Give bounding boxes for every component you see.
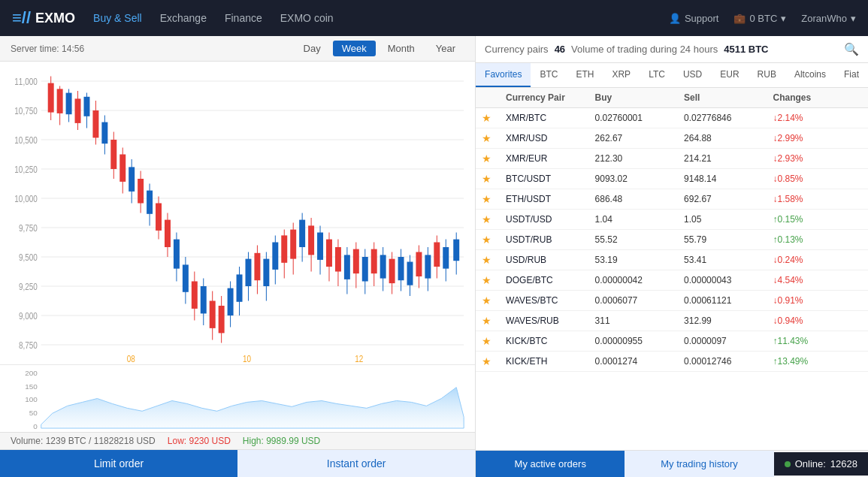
pair-name[interactable]: XMR/BTC	[506, 113, 594, 123]
favorite-star[interactable]: ★	[482, 173, 506, 185]
favorite-star[interactable]: ★	[482, 315, 506, 327]
change-value: ↑0.15%	[773, 214, 862, 225]
favorite-star[interactable]: ★	[482, 274, 506, 286]
favorite-star[interactable]: ★	[482, 355, 506, 367]
svg-rect-74	[272, 243, 278, 270]
pair-name[interactable]: WAVES/BTC	[506, 295, 594, 306]
change-value: ↓0.24%	[773, 255, 862, 265]
nav-exmo-coin[interactable]: EXMO coin	[280, 12, 334, 24]
col-change: Changes	[773, 92, 862, 103]
currency-tab-eur[interactable]: EUR	[711, 63, 748, 87]
sell-price: 9148.14	[684, 174, 773, 184]
active-orders-button[interactable]: My active orders	[476, 451, 625, 477]
svg-rect-82	[308, 225, 314, 255]
svg-rect-96	[371, 249, 377, 274]
search-icon[interactable]: 🔍	[844, 42, 859, 56]
buy-price: 311	[595, 315, 684, 326]
sell-price: 55.79	[684, 234, 773, 245]
change-value: ↑0.13%	[773, 234, 862, 245]
svg-rect-86	[326, 240, 332, 267]
currency-tab-fiat[interactable]: Fiat	[835, 63, 868, 87]
user-chevron: ▾	[851, 13, 856, 24]
svg-text:11,000: 11,000	[14, 77, 37, 86]
currency-tab-ltc[interactable]: LTC	[640, 63, 674, 87]
pair-name[interactable]: DOGE/BTC	[506, 275, 594, 285]
svg-text:150: 150	[25, 382, 38, 391]
pair-name[interactable]: USD/RUB	[506, 255, 594, 265]
header-right: 👤 Support 💼 0 BTC ▾ ZoranWho ▾	[669, 13, 856, 24]
year-filter[interactable]: Year	[427, 41, 464, 56]
pair-name[interactable]: WAVES/RUB	[506, 315, 594, 326]
pairs-table: Currency Pair Buy Sell Changes ★ XMR/BTC…	[476, 88, 868, 450]
favorite-star[interactable]: ★	[482, 213, 506, 225]
currency-tab-xrp[interactable]: XRP	[603, 63, 640, 87]
week-filter[interactable]: Week	[333, 41, 376, 56]
wallet-button[interactable]: 💼 0 BTC ▾	[733, 13, 786, 24]
support-button[interactable]: 👤 Support	[669, 13, 719, 24]
col-pair: Currency Pair	[506, 92, 594, 103]
svg-text:10,500: 10,500	[14, 135, 37, 145]
nav-exchange[interactable]: Exchange	[160, 12, 207, 24]
nav-buy-sell[interactable]: Buy & Sell	[93, 12, 142, 24]
header: ≡// EXMO Buy & Sell Exchange Finance EXM…	[0, 0, 868, 36]
svg-rect-54	[183, 264, 189, 291]
online-count: 12628	[830, 458, 857, 469]
favorite-star[interactable]: ★	[482, 335, 506, 347]
currency-tab-btc[interactable]: BTC	[531, 63, 567, 87]
pairs-rows: ★ XMR/BTC 0.02760001 0.02776846 ↓2.14% ★…	[476, 108, 868, 372]
pair-name[interactable]: KICK/ETH	[506, 356, 594, 367]
pair-name[interactable]: ETH/USDT	[506, 194, 594, 204]
favorite-star[interactable]: ★	[482, 234, 506, 246]
favorite-star[interactable]: ★	[482, 112, 506, 124]
svg-rect-84	[317, 233, 323, 260]
buy-price: 53.19	[595, 255, 684, 265]
table-row: ★ BTC/USDT 9093.02 9148.14 ↓0.85%	[476, 169, 868, 189]
month-filter[interactable]: Month	[379, 41, 424, 56]
logo-text: EXMO	[35, 11, 75, 26]
svg-rect-26	[57, 89, 63, 113]
table-row: ★ USDT/USD 1.04 1.05 ↑0.15%	[476, 210, 868, 230]
svg-text:9,750: 9,750	[19, 223, 38, 233]
svg-text:9,500: 9,500	[19, 252, 38, 262]
favorite-star[interactable]: ★	[482, 193, 506, 205]
volume-chart: 200 150 100 50 0	[0, 364, 475, 432]
svg-rect-68	[245, 259, 251, 286]
change-value: ↓1.58%	[773, 194, 862, 204]
svg-rect-58	[201, 286, 207, 313]
currency-tab-usd[interactable]: USD	[674, 63, 711, 87]
day-filter[interactable]: Day	[295, 41, 330, 56]
sell-price: 692.67	[684, 194, 773, 204]
svg-rect-42	[129, 167, 135, 192]
svg-rect-32	[83, 97, 89, 116]
favorite-star[interactable]: ★	[482, 152, 506, 165]
svg-text:9,000: 9,000	[19, 311, 38, 321]
online-label: Online:	[795, 458, 826, 469]
pair-name[interactable]: USDT/RUB	[506, 234, 594, 245]
change-value: ↑13.49%	[773, 356, 862, 367]
svg-rect-70	[254, 253, 260, 280]
svg-rect-106	[416, 252, 422, 277]
pair-name[interactable]: KICK/BTC	[506, 336, 594, 346]
currency-tab-rub[interactable]: RUB	[749, 63, 785, 87]
volume-label: Volume of trading during 24 hours	[571, 44, 718, 55]
currency-tab-altcoins[interactable]: Altcoins	[785, 63, 835, 87]
sell-price: 0.0000097	[684, 336, 773, 346]
change-value: ↓2.14%	[773, 113, 862, 123]
favorite-star[interactable]: ★	[482, 294, 506, 306]
limit-order-button[interactable]: Limit order	[0, 450, 237, 477]
sell-price: 312.99	[684, 315, 773, 326]
user-button[interactable]: ZoranWho ▾	[801, 13, 856, 24]
favorite-star[interactable]: ★	[482, 132, 506, 144]
svg-text:8,750: 8,750	[19, 340, 38, 350]
instant-order-button[interactable]: Instant order	[237, 450, 475, 477]
pair-name[interactable]: XMR/USD	[506, 133, 594, 143]
nav-finance[interactable]: Finance	[225, 12, 262, 24]
sell-price: 0.00000043	[684, 275, 773, 285]
pair-name[interactable]: XMR/EUR	[506, 153, 594, 164]
trading-history-button[interactable]: My trading history	[625, 451, 773, 477]
currency-tab-eth[interactable]: ETH	[567, 63, 603, 87]
pair-name[interactable]: BTC/USDT	[506, 174, 594, 184]
favorite-star[interactable]: ★	[482, 254, 506, 266]
pair-name[interactable]: USDT/USD	[506, 214, 594, 225]
currency-tab-favorites[interactable]: Favorites	[476, 63, 531, 87]
